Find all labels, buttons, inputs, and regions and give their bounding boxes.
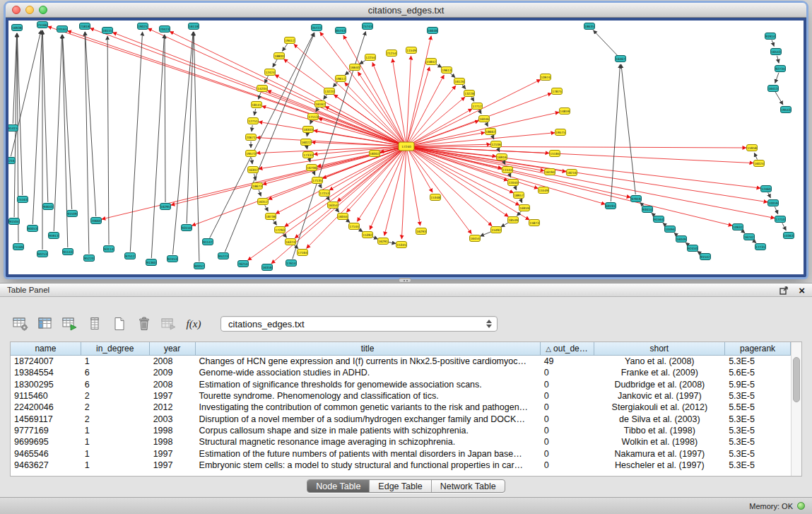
- graph-node[interactable]: 16302: [248, 167, 259, 173]
- graph-node[interactable]: 16916: [497, 154, 507, 160]
- graph-node[interactable]: 11549: [406, 47, 417, 54]
- show-column-button[interactable]: [36, 315, 54, 333]
- graph-node[interactable]: 12751: [248, 118, 259, 124]
- graph-edge[interactable]: [283, 44, 288, 51]
- graph-node[interactable]: 19613: [442, 67, 452, 74]
- table-row[interactable]: 1830029562008Estimation of significance …: [11, 379, 791, 390]
- graph-edge[interactable]: [307, 146, 307, 149]
- graph-edge[interactable]: [517, 211, 522, 216]
- graph-node[interactable]: 16162: [315, 101, 326, 107]
- graph-node[interactable]: 15184: [550, 151, 560, 157]
- graph-node[interactable]: 90253: [37, 251, 48, 257]
- graph-node[interactable]: 10363: [784, 233, 794, 239]
- graph-edge[interactable]: [265, 76, 269, 83]
- graph-node[interactable]: 13220: [324, 88, 335, 95]
- graph-node[interactable]: 16024: [754, 160, 765, 167]
- column-header-in-degree[interactable]: in_degree: [81, 342, 150, 356]
- column-header-title[interactable]: title: [196, 342, 541, 356]
- graph-edge[interactable]: [324, 95, 327, 100]
- graph-node[interactable]: 91143: [63, 249, 73, 255]
- graph-node[interactable]: 17333: [303, 152, 314, 158]
- graph-node[interactable]: 16706: [307, 165, 317, 171]
- graph-node[interactable]: 18302: [370, 151, 380, 157]
- graph-edge[interactable]: [54, 35, 62, 231]
- table-selector-combobox[interactable]: citations_edges.txt: [220, 316, 498, 332]
- graph-node[interactable]: 16049: [676, 236, 687, 243]
- graph-node[interactable]: 17712: [472, 103, 483, 110]
- graph-node[interactable]: 18800: [274, 53, 285, 59]
- graph-node[interactable]: 18662: [486, 129, 496, 135]
- graph-node[interactable]: 94643: [43, 204, 54, 210]
- tab-node-table[interactable]: Node Table: [307, 480, 369, 492]
- graph-node[interactable]: 25163: [18, 197, 28, 203]
- graph-node[interactable]: 21818: [80, 23, 90, 30]
- tab-network-table[interactable]: Network Table: [431, 480, 505, 492]
- graph-node[interactable]: 17253: [319, 190, 330, 197]
- graph-edge[interactable]: [316, 107, 318, 112]
- graph-node[interactable]: 16648: [428, 28, 438, 34]
- graph-edge[interactable]: [307, 134, 307, 136]
- network-view-window[interactable]: citations_edges.txt 15842196131612613228…: [6, 3, 806, 277]
- graph-edge[interactable]: [165, 35, 165, 202]
- graph-node[interactable]: 16118: [189, 23, 199, 30]
- graph-edge[interactable]: [462, 85, 466, 89]
- graph-node[interactable]: 15549: [539, 187, 549, 194]
- graph-node[interactable]: 10932: [733, 224, 743, 230]
- graph-node[interactable]: 91509: [67, 211, 78, 217]
- graph-edge[interactable]: [173, 32, 194, 255]
- graph-node[interactable]: 25743: [363, 23, 373, 30]
- graph-node[interactable]: 15958: [747, 145, 758, 151]
- graph-edge[interactable]: [407, 151, 420, 226]
- graph-node[interactable]: 17875: [552, 88, 563, 95]
- graph-node[interactable]: 97919: [631, 196, 642, 202]
- table-mode-button[interactable]: [11, 315, 30, 333]
- graph-edge[interactable]: [409, 86, 456, 143]
- graph-edge[interactable]: [411, 147, 630, 197]
- graph-node[interactable]: 16374: [286, 239, 296, 245]
- graph-edge[interactable]: [148, 28, 402, 144]
- graph-node[interactable]: 17731: [755, 244, 766, 250]
- function-builder-button[interactable]: f(x): [184, 315, 203, 333]
- graph-edge[interactable]: [775, 207, 777, 214]
- column-header-out-de-[interactable]: △out_de…: [541, 342, 594, 356]
- graph-node[interactable]: 12424: [265, 69, 276, 76]
- graph-edge[interactable]: [384, 151, 406, 235]
- tab-edge-table[interactable]: Edge Table: [369, 480, 430, 492]
- graph-edge[interactable]: [621, 64, 635, 194]
- graph-edge[interactable]: [450, 73, 456, 78]
- graph-node[interactable]: 15842: [426, 59, 437, 65]
- graph-node[interactable]: 17293: [275, 227, 286, 233]
- splitter-handle[interactable]: [399, 278, 411, 283]
- graph-node[interactable]: 76254: [238, 261, 249, 267]
- graph-edge[interactable]: [68, 31, 403, 146]
- graph-edge[interactable]: [194, 32, 199, 262]
- graph-edge[interactable]: [411, 133, 555, 146]
- graph-edge[interactable]: [329, 148, 403, 190]
- graph-node[interactable]: 10974: [541, 74, 551, 81]
- graph-node[interactable]: 19543: [781, 107, 792, 113]
- graph-node[interactable]: 90053: [28, 226, 38, 232]
- graph-node[interactable]: 15348: [430, 194, 441, 201]
- vertical-scrollbar[interactable]: [791, 342, 801, 476]
- graph-edge[interactable]: [411, 146, 746, 148]
- graph-node[interactable]: 19612: [336, 76, 346, 82]
- graph-node[interactable]: 16295: [160, 204, 171, 210]
- graph-edge[interactable]: [11, 30, 41, 156]
- graph-node[interactable]: 90057: [194, 263, 205, 269]
- table-row[interactable]: 911546021997Tourette syndrome. Phenomeno…: [11, 390, 791, 402]
- graph-node[interactable]: 15392: [363, 232, 373, 238]
- graph-node[interactable]: 91914: [765, 33, 776, 40]
- minimize-window-icon[interactable]: [25, 6, 34, 14]
- graph-node[interactable]: 16126: [454, 78, 465, 85]
- graph-node[interactable]: 19573: [246, 151, 257, 157]
- graph-node[interactable]: 91360: [146, 259, 157, 266]
- graph-edge[interactable]: [48, 27, 403, 146]
- graph-node[interactable]: 17144: [349, 223, 360, 230]
- table-row[interactable]: 1872400712008Changes of HCN gene express…: [11, 356, 791, 367]
- graph-edge[interactable]: [410, 97, 465, 144]
- table-row[interactable]: 969969511998Structural magnetic resonanc…: [11, 436, 791, 448]
- graph-node[interactable]: 17164: [298, 250, 308, 256]
- graph-edge[interactable]: [307, 149, 404, 248]
- graph-node[interactable]: 20671: [246, 134, 257, 141]
- graph-node[interactable]: 16354: [328, 202, 339, 209]
